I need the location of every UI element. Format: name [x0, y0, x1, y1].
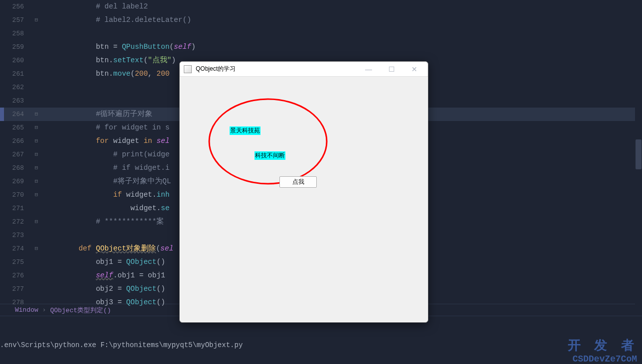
line-number: 261	[0, 67, 29, 81]
line-number: 272	[0, 215, 29, 229]
watermark-text: 开 发 者	[568, 337, 637, 354]
code-content[interactable]: # del label2	[44, 0, 642, 13]
line-number: 263	[0, 94, 29, 108]
line-number: 262	[0, 81, 29, 94]
svg-point-0	[209, 99, 327, 184]
fold-icon[interactable]: ⊟	[29, 161, 44, 175]
line-number: 258	[0, 27, 29, 40]
client-area[interactable]: 景天科技苑 科技不间断 点我	[180, 77, 428, 322]
line-number: 260	[0, 54, 29, 67]
fold-icon	[29, 81, 44, 94]
code-line[interactable]: 258	[0, 27, 642, 40]
fold-icon	[29, 67, 44, 81]
fold-icon	[29, 54, 44, 67]
fold-icon	[29, 202, 44, 215]
label-1: 景天科技苑	[230, 126, 260, 135]
fold-icon[interactable]: ⊟	[29, 242, 44, 255]
fold-icon[interactable]: ⊟	[29, 108, 44, 121]
line-number: 274	[0, 242, 29, 255]
line-number: 278	[0, 296, 29, 309]
code-line[interactable]: 257⊟ # label2.deleteLater()	[0, 13, 642, 27]
fold-icon[interactable]: ⊟	[29, 121, 44, 134]
fold-icon[interactable]: ⊟	[29, 215, 44, 229]
line-number: 276	[0, 269, 29, 282]
line-number: 273	[0, 229, 29, 242]
line-number: 271	[0, 202, 29, 215]
fold-icon	[29, 40, 44, 54]
line-number: 265	[0, 121, 29, 134]
fold-icon[interactable]: ⊟	[29, 13, 44, 27]
fold-icon[interactable]: ⊟	[29, 188, 44, 202]
fold-icon	[29, 229, 44, 242]
line-number: 269	[0, 175, 29, 188]
fold-icon[interactable]: ⊟	[29, 134, 44, 148]
label-2: 科技不间断	[255, 151, 285, 160]
window-title: QObject的学习	[196, 65, 357, 73]
code-line[interactable]: 256 # del label2	[0, 0, 642, 13]
qt-app-window[interactable]: QObject的学习 — ☐ ✕ 景天科技苑 科技不间断 点我	[179, 61, 428, 323]
fold-icon	[29, 296, 44, 309]
terminal-line: .env\Scripts\python.exe F:\pythonitems\m…	[0, 341, 642, 349]
click-me-button[interactable]: 点我	[279, 176, 317, 188]
line-number: 259	[0, 40, 29, 54]
code-content[interactable]	[44, 27, 642, 40]
titlebar[interactable]: QObject的学习 — ☐ ✕	[180, 62, 428, 77]
line-number: 264	[0, 108, 29, 121]
line-number: 275	[0, 255, 29, 269]
fold-icon	[29, 255, 44, 269]
code-content[interactable]: # label2.deleteLater()	[44, 13, 642, 27]
line-number: 268	[0, 161, 29, 175]
code-line[interactable]: 259 btn = QPushButton(self)	[0, 40, 642, 54]
line-number: 277	[0, 282, 29, 296]
line-number: 256	[0, 0, 29, 13]
line-number: 267	[0, 148, 29, 161]
fold-icon[interactable]: ⊟	[29, 175, 44, 188]
annotation-ellipse	[207, 97, 329, 186]
fold-icon	[29, 269, 44, 282]
fold-icon	[29, 0, 44, 13]
fold-icon	[29, 94, 44, 108]
line-number: 257	[0, 13, 29, 27]
close-button[interactable]: ✕	[403, 62, 426, 76]
code-content[interactable]: btn = QPushButton(self)	[44, 40, 642, 54]
minimize-button[interactable]: —	[357, 62, 380, 76]
line-number: 270	[0, 188, 29, 202]
watermark-sub: CSDDevZe7CoM	[572, 354, 637, 364]
line-number: 266	[0, 134, 29, 148]
fold-icon	[29, 282, 44, 296]
terminal-panel[interactable]: .env\Scripts\python.exe F:\pythonitems\m…	[0, 316, 642, 364]
maximize-button[interactable]: ☐	[380, 62, 403, 76]
fold-icon[interactable]: ⊟	[29, 148, 44, 161]
app-icon	[184, 65, 192, 73]
fold-icon	[29, 27, 44, 40]
